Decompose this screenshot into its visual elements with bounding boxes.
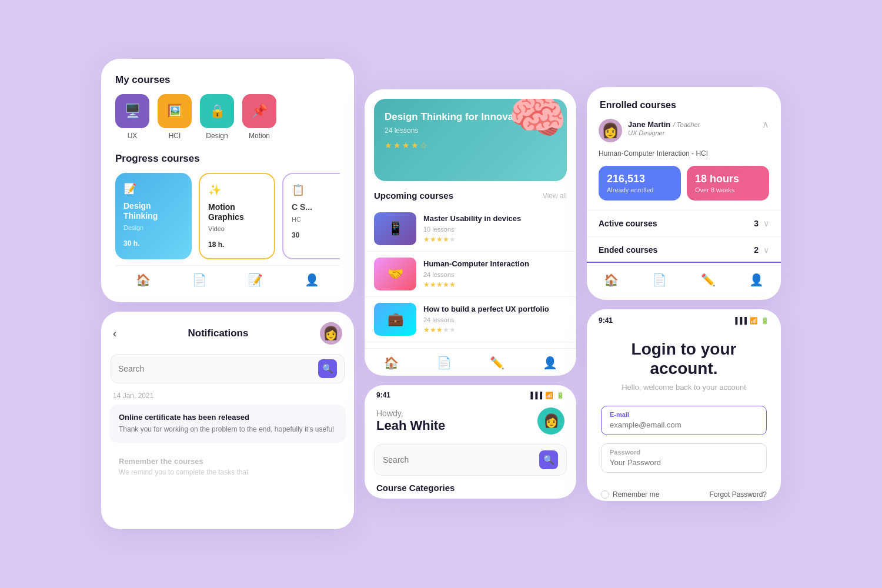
prog-time-dt: 30 h.: [123, 239, 183, 248]
password-input[interactable]: [610, 458, 758, 467]
remember-row: Remember me: [601, 490, 659, 499]
email-field-group: E-mail: [601, 406, 767, 435]
my-courses-title: My courses: [115, 74, 340, 86]
nav-home-icon[interactable]: 🏠: [136, 273, 151, 287]
teacher-chevron-icon: ∧: [762, 119, 769, 130]
nav-home-icon-2[interactable]: 🏠: [384, 356, 399, 370]
notif-item-title-1: Online certificate has been released: [119, 413, 336, 422]
teacher-role: Teacher: [677, 121, 700, 128]
active-courses-row[interactable]: Active courses 3 ∨: [587, 210, 781, 236]
prog-card-motion[interactable]: ✨ Motion Graphics Video 18 h.: [199, 173, 275, 260]
design-icon-box: 🔒: [200, 94, 234, 128]
notif-title: Notifications: [188, 328, 249, 339]
ended-courses-right: 2 ∨: [754, 245, 769, 255]
search-input-2[interactable]: [383, 455, 534, 465]
course-item-hci[interactable]: 🤝 Human-Computer Interaction 24 lessons …: [365, 252, 576, 297]
prog-icon-cs: 📋: [292, 183, 340, 196]
nav-user-icon[interactable]: 👤: [305, 273, 319, 287]
prog-icon-mg: ✨: [208, 183, 266, 196]
portfolio-icon: 💼: [374, 303, 416, 336]
course-icons-row: 🖥️ UX 🖼️ HCI 🔒 Design 📌 Motion: [115, 94, 340, 140]
ended-courses-count: 2: [754, 245, 759, 255]
notif-search-button[interactable]: 🔍: [318, 359, 337, 378]
hci-course-icon: 🤝: [374, 258, 416, 290]
signal-icon: ▐▐▐: [529, 392, 542, 399]
nav-book-icon[interactable]: 📄: [192, 273, 207, 287]
search-bar-2[interactable]: 🔍: [374, 444, 567, 476]
course-icon-motion[interactable]: 📌 Motion: [242, 94, 276, 140]
nav-book-icon-2[interactable]: 📄: [437, 356, 452, 370]
email-label: E-mail: [610, 411, 758, 418]
upcoming-title: Upcoming courses: [374, 191, 453, 201]
ended-courses-row[interactable]: Ended courses 2 ∨: [587, 236, 781, 263]
login-status-time: 9:41: [599, 316, 613, 325]
nav-edit-icon-2[interactable]: ✏️: [490, 356, 505, 370]
search-button-2[interactable]: 🔍: [539, 450, 558, 469]
teacher-info: Jane Martin / Teacher UX Designer: [628, 119, 700, 136]
prog-sub-cs: HC: [292, 216, 340, 223]
teacher-avatar: 👩: [599, 119, 622, 142]
forgot-password-link[interactable]: Forgot Password?: [710, 490, 767, 499]
stat-label-hours: Over 8 weeks: [695, 186, 761, 193]
prog-card-cs[interactable]: 📋 C S... HC 30: [282, 173, 340, 260]
enrolled-courses-card: Enrolled courses 👩 Jane Martin / Teacher…: [587, 87, 781, 300]
course-info-usability: Master Usability in devices 10 lessons ★…: [423, 214, 567, 243]
battery-icon: 🔋: [556, 392, 564, 399]
teacher-name: Jane Martin: [628, 120, 670, 129]
notif-search-input[interactable]: [118, 364, 313, 373]
notif-header: ‹ Notifications 👩: [101, 312, 354, 350]
notif-avatar: 👩: [320, 322, 342, 345]
login-title-section: Login to your account. Hello, welcome ba…: [587, 328, 781, 396]
stat-hours: 18 hours Over 8 weeks: [687, 166, 769, 201]
nav-user-enrolled[interactable]: 👤: [749, 273, 764, 287]
prog-card-design-thinking[interactable]: 📝 Design Thinking Design 30 h.: [115, 173, 192, 260]
nav-user-icon-2[interactable]: 👤: [543, 356, 557, 370]
login-subtitle: Hello, welcome back to your account: [601, 383, 767, 392]
progress-cards-row: 📝 Design Thinking Design 30 h. ✨ Motion …: [115, 173, 340, 260]
stat-label-enrolled: Already enrolled: [607, 186, 673, 193]
password-field-group: Password: [601, 443, 767, 473]
view-all-link[interactable]: View all: [543, 192, 567, 200]
course-lessons-hci: 24 lessons: [423, 271, 567, 278]
notif-search-bar[interactable]: 🔍: [111, 354, 345, 383]
back-button[interactable]: ‹: [113, 328, 116, 340]
nav-home-enrolled[interactable]: 🏠: [604, 273, 619, 287]
course-name-usability: Master Usability in devices: [423, 214, 567, 224]
course-icon-ux[interactable]: 🖥️ UX: [115, 94, 149, 140]
course-item-usability[interactable]: 📱 Master Usability in devices 10 lessons…: [365, 206, 576, 252]
login-form: E-mail Password: [587, 396, 781, 490]
active-chevron-icon: ∨: [763, 219, 769, 228]
remember-checkbox[interactable]: [601, 490, 609, 499]
email-input[interactable]: [610, 420, 758, 429]
notif-secondary-body-2: We remind you to complete the tasks that: [119, 468, 336, 476]
course-icon-design[interactable]: 🔒 Design: [200, 94, 234, 140]
course-name-portfolio: How to build a perfect UX portfolio: [423, 305, 567, 315]
prog-sub-mg: Video: [208, 225, 266, 232]
course-icon-hci[interactable]: 🖼️ HCI: [158, 94, 192, 140]
nav-edit-icon[interactable]: 📝: [248, 273, 263, 287]
enrolled-title: Enrolled courses: [587, 87, 781, 119]
motion-label: Motion: [249, 132, 270, 140]
nav-edit-enrolled[interactable]: ✏️: [701, 273, 716, 287]
motion-icon-box: 📌: [242, 94, 276, 128]
remember-label: Remember me: [613, 490, 659, 499]
login-footer: Remember me Forgot Password?: [587, 490, 781, 501]
wifi-icon: 📶: [545, 392, 553, 399]
upcoming-header: Upcoming courses View all: [365, 181, 576, 206]
notif-item-body-1: Thank you for working on the problem to …: [119, 425, 336, 435]
prog-sub-dt: Design: [123, 224, 183, 231]
ended-courses-label: Ended courses: [599, 245, 657, 255]
course-info-hci: Human-Computer Interaction 24 lessons ★★…: [423, 259, 567, 289]
progress-title: Progress courses: [115, 153, 340, 165]
login-wifi-icon: 📶: [750, 317, 758, 325]
notif-item-certificate[interactable]: Online certificate has been released Tha…: [109, 405, 346, 443]
course-thumb-usability: 📱: [374, 212, 416, 245]
notif-item-remember[interactable]: Remember the courses We remind you to co…: [109, 449, 346, 485]
hero-banner[interactable]: Design Thinking for Innovation 24 lesson…: [374, 99, 567, 181]
greeting-avatar: 👩: [537, 407, 564, 435]
course-stars-usability: ★★★★★: [423, 235, 567, 243]
course-thumb-hci: 🤝: [374, 258, 416, 290]
design-label: Design: [206, 132, 228, 140]
course-item-portfolio[interactable]: 💼 How to build a perfect UX portfolio 24…: [365, 297, 576, 342]
nav-book-enrolled[interactable]: 📄: [652, 273, 667, 287]
